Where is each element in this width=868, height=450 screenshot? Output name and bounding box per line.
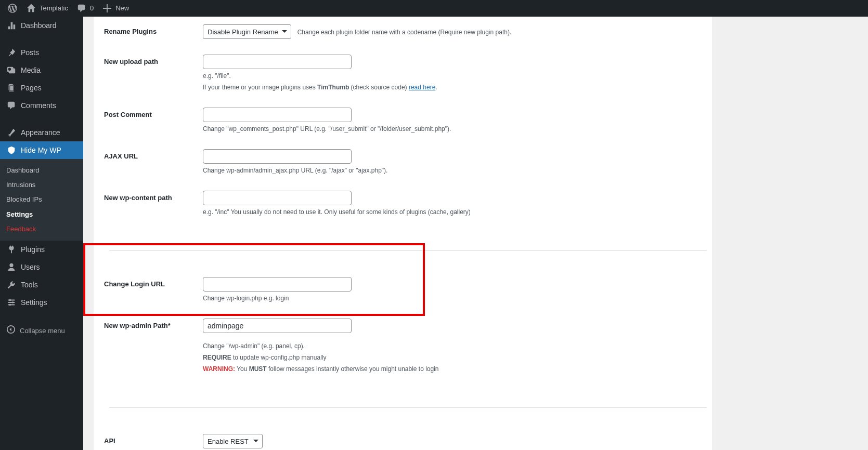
menu-users-label: Users	[21, 262, 40, 272]
menu-plugins-label: Plugins	[21, 245, 45, 254]
admin-sidebar: Dashboard Posts Media Pages Comments App…	[0, 17, 83, 450]
wordpress-logo-icon	[7, 3, 18, 14]
menu-appearance-label: Appearance	[21, 128, 60, 137]
wpadmin-help1: Change "/wp-admin" (e.g. panel, cp).	[203, 341, 707, 351]
site-name-label: Templatic	[40, 4, 68, 13]
menu-pages[interactable]: Pages	[0, 79, 83, 97]
wpadmin-help3: WARNING: You MUST follow messages instan…	[203, 364, 707, 374]
comments-link[interactable]: 0	[72, 0, 98, 17]
menu-posts[interactable]: Posts	[0, 44, 83, 61]
upload-path-help2: If your theme or your image plugins uses…	[203, 83, 707, 92]
new-content-link[interactable]: New	[98, 0, 133, 17]
menu-comments-label: Comments	[21, 101, 56, 110]
svg-point-3	[9, 299, 11, 301]
user-icon	[6, 262, 17, 272]
home-icon	[26, 3, 36, 14]
svg-rect-2	[10, 86, 13, 90]
pages-icon	[6, 83, 17, 93]
dashboard-icon	[6, 20, 17, 31]
divider	[109, 407, 707, 408]
menu-posts-label: Posts	[21, 48, 39, 57]
media-icon	[6, 65, 17, 75]
menu-hidemywp-label: Hide My WP	[21, 145, 61, 155]
collapse-menu-label: Collapse menu	[20, 326, 65, 336]
menu-plugins[interactable]: Plugins	[0, 241, 83, 258]
post-comment-help: Change "wp_comments_post.php" URL (e.g. …	[203, 124, 707, 134]
menu-media-label: Media	[21, 65, 41, 75]
comments-count: 0	[90, 4, 94, 13]
wpadmin-path-label: New wp-admin Path*	[104, 311, 198, 381]
menu-settings[interactable]: Settings	[0, 294, 83, 311]
menu-dashboard-label: Dashboard	[21, 21, 57, 30]
right-gutter	[722, 17, 868, 450]
shield-icon	[6, 145, 17, 155]
menu-dashboard[interactable]: Dashboard	[0, 17, 83, 34]
upload-path-help1: e.g. "/file".	[203, 71, 707, 81]
annotation-highlight-box	[83, 243, 425, 316]
submenu-settings[interactable]: Settings	[0, 207, 83, 222]
upload-path-input[interactable]	[203, 55, 352, 69]
ajax-url-help: Change wp-admin/admin_ajax.php URL (e.g.…	[203, 166, 707, 175]
menu-hidemywp[interactable]: Hide My WP	[0, 141, 83, 159]
upload-path-label: New upload path	[104, 47, 198, 100]
menu-tools[interactable]: Tools	[0, 276, 83, 294]
brush-icon	[6, 127, 17, 138]
menu-comments[interactable]: Comments	[0, 97, 83, 114]
wp-logo-menu[interactable]	[3, 0, 22, 17]
svg-point-5	[9, 304, 11, 306]
plug-icon	[6, 244, 17, 255]
api-label: API	[104, 426, 198, 450]
timthumb-readhere-link[interactable]: read here	[409, 84, 435, 91]
wpcontent-path-help: e.g. "/inc" You usually do not need to u…	[203, 207, 707, 217]
menu-pages-label: Pages	[21, 83, 42, 92]
sliders-icon	[6, 297, 17, 308]
collapse-menu-button[interactable]: Collapse menu	[0, 321, 83, 341]
menu-users[interactable]: Users	[0, 258, 83, 276]
wpcontent-path-label: New wp-content path	[104, 183, 198, 224]
rename-plugins-label: Rename Plugins	[104, 17, 198, 47]
ajax-url-input[interactable]	[203, 149, 352, 164]
admin-comments-icon	[6, 100, 17, 111]
submenu-feedback[interactable]: Feedback	[0, 222, 83, 236]
pin-icon	[6, 47, 17, 58]
ajax-url-label: AJAX URL	[104, 141, 198, 183]
menu-appearance[interactable]: Appearance	[0, 124, 83, 141]
menu-media[interactable]: Media	[0, 61, 83, 79]
wpadmin-help2: REQUIRE to update wp-config.php manually	[203, 353, 707, 362]
rename-plugins-help: Change each plugin folder name with a co…	[297, 29, 512, 36]
wrench-icon	[6, 280, 17, 290]
wpadmin-path-input[interactable]	[203, 319, 352, 333]
wpcontent-path-input[interactable]	[203, 191, 352, 205]
rename-plugins-select[interactable]: Disable Plugin Rename	[203, 24, 291, 39]
menu-tools-label: Tools	[21, 280, 38, 289]
new-content-label: New	[115, 4, 129, 13]
menu-settings-label: Settings	[21, 298, 47, 307]
submenu-blocked-ips[interactable]: Blocked IPs	[0, 192, 83, 207]
post-comment-input[interactable]	[203, 108, 352, 122]
plus-icon	[102, 3, 112, 14]
site-name-link[interactable]: Templatic	[22, 0, 72, 17]
submenu-intrusions[interactable]: Intrusions	[0, 178, 83, 192]
collapse-icon	[6, 325, 16, 337]
comments-icon	[76, 3, 87, 14]
post-comment-label: Post Comment	[104, 100, 198, 141]
api-select[interactable]: Enable REST API	[203, 434, 263, 448]
submenu-dashboard[interactable]: Dashboard	[0, 163, 83, 178]
wp-adminbar: Templatic 0 New	[0, 0, 868, 17]
svg-point-4	[12, 301, 14, 303]
